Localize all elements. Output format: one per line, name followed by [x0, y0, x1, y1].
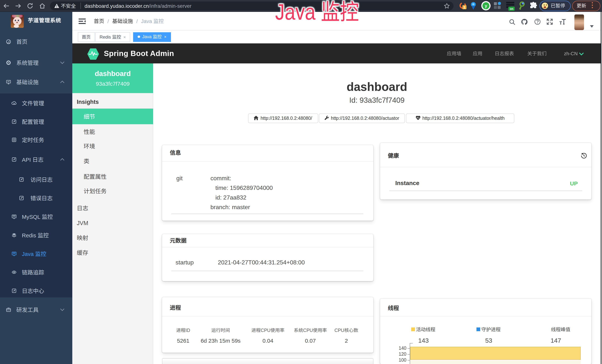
svg-text:1: 1 — [463, 6, 465, 9]
svg-text:y: y — [485, 3, 487, 8]
svg-text:on: on — [510, 7, 513, 11]
